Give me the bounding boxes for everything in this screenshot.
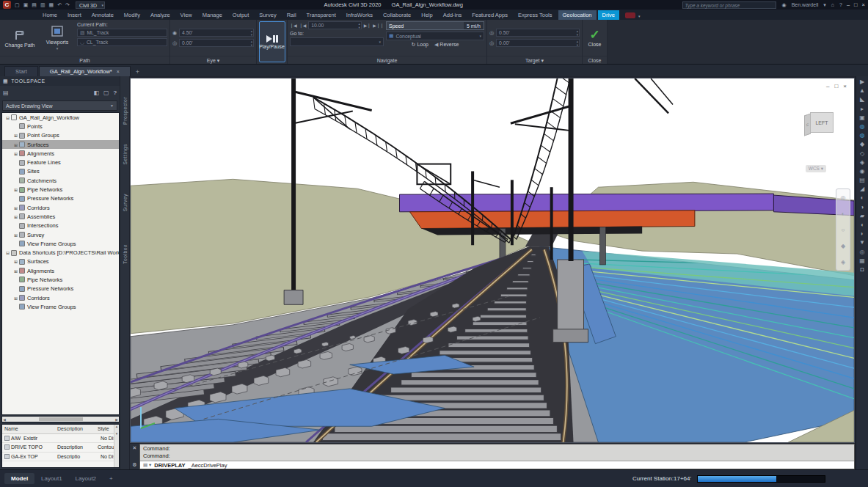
viewports-button[interactable]: Viewports▾ [40,21,75,54]
tree-item-surfaces[interactable]: ⊞Surfaces [2,257,119,266]
eye-panel-label[interactable]: Eye ▾ [170,56,256,64]
search-input[interactable]: Type a keyword or phrase [682,1,776,9]
ribbon-tab-geolocation[interactable]: Geolocation [558,10,597,20]
tree-expander-icon[interactable]: ⊞ [12,214,19,219]
palette-icon-18[interactable]: ▼ [859,239,865,246]
tree-hscrollbar[interactable]: ◀▶ [1,416,120,422]
speed-slider[interactable]: Speed 5 mi/h [386,21,484,30]
side-tab-prospector[interactable]: Prospector [123,92,128,129]
vp-close-icon[interactable]: × [843,83,847,89]
sign-in-icon[interactable]: ◉ [782,2,787,8]
tree-item-sites[interactable]: Sites [2,167,119,176]
ribbon-tab-featured-apps[interactable]: Featured Apps [467,10,512,20]
navbar-icon-4[interactable]: ◈ [841,259,845,266]
layout-tab-layout1[interactable]: Layout1 [34,473,68,484]
eye-offset-field[interactable]: 0.00'▴▾ [179,39,254,47]
app-logo-icon[interactable]: C [3,1,11,9]
ribbon-tab-survey[interactable]: Survey [255,10,280,20]
table-row[interactable]: AIW_Existir_No Disp [2,434,119,444]
layout-tab-model[interactable]: Model [4,473,34,484]
tree-expander-icon[interactable]: ⊞ [12,142,19,147]
navbar-icon-1[interactable]: ◐ [842,210,845,217]
tree-expander-icon[interactable]: ⊞ [12,232,19,238]
qat-icon-5[interactable]: ↶ [57,2,62,8]
tree-expander-icon[interactable]: ⊞ [12,268,19,274]
command-input[interactable]: ▤ ▾ DRIVEPLAY _AeccDrivePlay [140,461,854,469]
new-tab-button[interactable]: + [131,68,144,76]
minimize-icon[interactable]: – [847,1,850,8]
step-end-icon[interactable]: ▶❘❘ [373,23,384,28]
tree-item-surfaces[interactable]: ⊞Surfaces [2,140,119,149]
tree-item-alignments[interactable]: ⊞Alignments [2,149,119,158]
palette-icon-9[interactable]: ◈ [860,159,864,166]
palette-icon-19[interactable]: ◎ [860,249,865,255]
station-step-field[interactable]: 10.00▴▾ [308,21,361,29]
ribbon-tab-collaborate[interactable]: Collaborate [379,10,415,20]
ribbon-tab-insert[interactable]: Insert [63,10,86,20]
target-panel-label[interactable]: Target ▾ [487,56,582,64]
eye-height-field[interactable]: 4.50'▴▾ [179,29,254,37]
qat-icon-6[interactable]: ↷ [65,2,70,8]
ribbon-tab-manage[interactable]: Manage [198,10,227,20]
tree-expander-icon[interactable]: ⊞ [12,133,19,138]
tree-item-points[interactable]: Points [2,122,119,131]
main-track-field[interactable]: ▧ML_Track [77,29,167,37]
tree-item-pipe-networks[interactable]: ⊞Pipe Networks [2,185,119,194]
center-track-field[interactable]: ◡CL_Track [77,38,167,46]
ribbon-tab-add-ins[interactable]: Add-ins [439,10,466,20]
ribbon-tab-analyze[interactable]: Analyze [146,10,175,20]
palette-icon-15[interactable]: ▰ [860,213,864,219]
navbar-icon-0[interactable]: ◎ [841,194,846,201]
ribbon-tab-annotate[interactable]: Annotate [87,10,118,20]
tree-expander-icon[interactable]: ⊞ [12,205,19,210]
palette-icon-4[interactable]: ▣ [859,114,865,121]
close-tab-icon[interactable]: × [117,69,120,74]
qat-icon-4[interactable]: ▦ [49,2,54,8]
visual-style-dropdown[interactable]: ▦Conceptual▾ [386,32,484,40]
palette-icon-10[interactable]: ◉ [860,168,865,175]
ribbon-tab-modify[interactable]: Modify [120,10,145,20]
drive-progress-bar[interactable] [697,475,825,483]
tree-item-pressure-networks[interactable]: Pressure Networks [2,285,119,293]
palette-icon-2[interactable]: ◣ [860,96,864,103]
goto-dropdown[interactable]: ▾ [290,37,384,46]
palette-icon[interactable]: ▤ [3,89,9,96]
ribbon-tab-output[interactable]: Output [228,10,254,20]
navigation-bar[interactable]: ◎◐○◆◈ [836,188,850,271]
palette-icon-0[interactable]: ▶ [860,78,864,85]
tree-item-corridors[interactable]: ⊞Corridors [2,293,119,302]
vp-restore-icon[interactable]: □ [834,83,838,89]
path-panel-label[interactable]: Path [0,56,169,64]
tree-expander-icon[interactable]: ⊟ [4,250,11,255]
tree-item-ga-rail-algn-workflow[interactable]: ⊟GA_Rail_Algn_Workflow [2,113,119,122]
side-tab-toolbox[interactable]: Toolbox [123,240,128,268]
tree-expander-icon[interactable]: ⊞ [12,296,19,301]
palette-icon-13[interactable]: ◐ [861,194,864,201]
step-start-icon[interactable]: ❘◀ [290,23,297,28]
ribbon-tab-express-tools[interactable]: Express Tools [514,10,557,20]
tree-item-corridors[interactable]: ⊞Corridors [2,203,119,212]
viewcube-left-face[interactable]: LEFT [810,112,834,133]
side-tab-survey[interactable]: Survey [123,189,128,216]
palette-icon-11[interactable]: ▤ [859,177,865,183]
play-pause-button[interactable]: Play/Pause [259,21,285,62]
viewport-3d-scene[interactable] [131,78,854,442]
toolspace-header[interactable]: ▦ TOOLSPACE [0,76,120,86]
maximize-icon[interactable]: □ [854,1,858,8]
side-tab-settings[interactable]: Settings [123,139,128,169]
ribbon-tab-infraworks[interactable]: InfraWorks [342,10,377,20]
target-offset-field[interactable]: 0.00'▴▾ [496,39,580,47]
tree-item-feature-lines[interactable]: Feature Lines [2,158,119,166]
qat-icon-0[interactable]: ▢ [15,2,20,8]
help-icon[interactable]: ? [114,89,117,96]
drawing-viewport[interactable]: –□× S LEFT WCS ▾ ◎◐○◆◈ [130,78,855,443]
tree-expander-icon[interactable]: ⊟ [4,115,11,120]
tree-item-survey[interactable]: ⊞Survey [2,230,119,239]
ribbon-tab-home[interactable]: Home [38,10,62,20]
tree-item-intersections[interactable]: Intersections [2,221,119,230]
viewcube[interactable]: S LEFT [804,111,834,136]
tree-item-point-groups[interactable]: ⊞Point Groups [2,131,119,140]
view-selector-dropdown[interactable]: Active Drawing View▼ [2,100,117,111]
store-icon[interactable]: ▾ [823,2,826,8]
table-vscrollbar[interactable]: ▲▼ [114,425,119,467]
